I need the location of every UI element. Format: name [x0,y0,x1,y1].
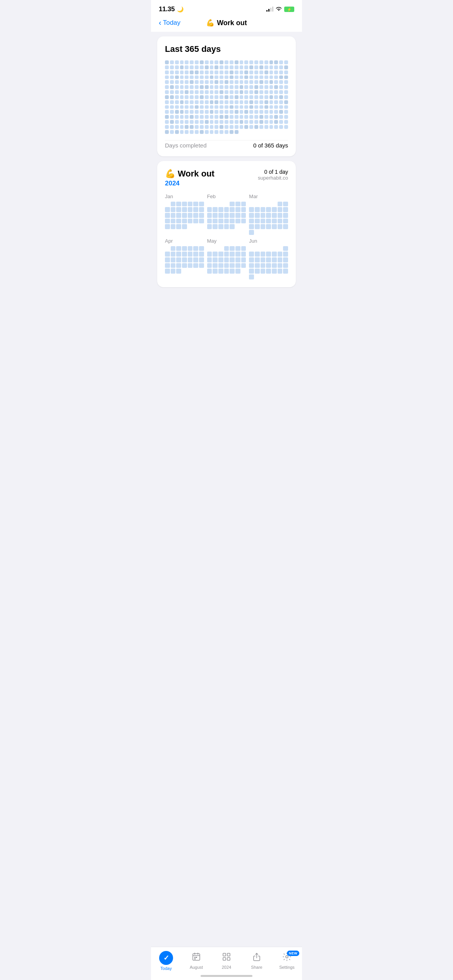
grid-cell [259,105,263,109]
month-day-cell [249,230,254,235]
grid-cell [259,125,263,129]
grid-cell [240,115,244,119]
grid-cell [264,115,268,119]
month-day-cell [213,224,218,229]
month-day-cell [193,213,198,218]
month-empty-cell [249,202,254,207]
grid-cell [259,95,263,99]
grid-cell [180,80,184,84]
month-day-cell [283,257,288,262]
grid-cell [225,90,228,94]
grid-cell [264,85,268,89]
grid-cell [190,90,194,94]
grid-cell [180,105,184,109]
grid-cell [249,115,253,119]
month-day-cell [165,269,170,274]
grid-cell [185,125,189,129]
back-button[interactable]: ‹ Today [159,19,180,27]
grid-cell [185,100,189,104]
habit-year-title: 💪 Work out [165,169,214,179]
month-mini-grid [165,246,204,274]
grid-cell [190,120,194,124]
month-day-cell [176,257,181,262]
month-day-cell [188,202,193,207]
grid-cell [235,85,239,89]
status-bar: 11.35 🌙 ⚡ [151,0,302,15]
grid-cell [249,110,253,114]
habit-year-header: 💪 Work out 2024 0 of 1 day superhabit.co [165,169,288,187]
month-day-cell [272,207,277,212]
grid-cell [284,95,288,99]
grid-cell [220,85,223,89]
month-day-cell [283,224,288,229]
grid-cell [165,85,169,89]
grid-cell [200,60,204,64]
grid-cell [254,120,258,124]
grid-cell [240,100,244,104]
month-day-cell [283,263,288,268]
month-day-cell [255,257,260,262]
title-emoji: 💪 [206,19,214,27]
month-mini-grid [207,202,246,229]
month-day-cell [176,252,181,257]
grid-cell [230,130,233,134]
grid-cell [274,80,278,84]
grid-cell [205,75,209,79]
month-day-cell [249,213,254,218]
grid-cell [244,95,248,99]
month-day-cell [171,257,176,262]
month-day-cell [235,202,240,207]
status-time: 11.35 [159,5,175,13]
grid-cell [269,80,273,84]
grid-cell [254,65,258,69]
grid-cell [220,115,223,119]
month-day-cell [235,263,240,268]
month-mini-grid [249,246,288,279]
grid-cell [190,125,194,129]
grid-cell [235,60,239,64]
signal-bar-1 [266,10,268,12]
grid-cell [205,80,209,84]
grid-cell [249,80,253,84]
grid-cell [175,120,179,124]
month-day-cell [224,224,229,229]
month-label: Jun [249,238,288,244]
month-day-cell [207,219,212,224]
month-empty-cell [207,202,212,207]
month-day-cell [224,246,229,251]
grid-cell [190,95,194,99]
grid-cell [230,110,233,114]
habit-name: Work out [178,169,214,179]
nav-bar: ‹ Today 💪 Work out [151,15,302,32]
grid-cell [180,130,184,134]
habit-year-left: 💪 Work out 2024 [165,169,214,187]
month-day-cell [249,269,254,274]
month-day-cell [278,219,283,224]
habit-year-year: 2024 [165,180,214,187]
grid-cell [195,110,199,114]
grid-cell [205,100,209,104]
grid-cell [165,60,169,64]
month-day-cell [193,257,198,262]
grid-cell [185,115,189,119]
grid-cell [210,125,214,129]
month-day-cell [230,202,235,207]
grid-cell [284,105,288,109]
grid-cell [210,95,214,99]
grid-cell [284,100,288,104]
grid-cell [185,105,189,109]
month-day-cell [283,252,288,257]
month-day-cell [165,252,170,257]
grid-cell [225,100,228,104]
month-day-cell [241,219,246,224]
grid-cell [284,75,288,79]
month-empty-cell [255,202,260,207]
grid-cell [225,85,228,89]
grid-cell [214,65,218,69]
grid-cell [240,95,244,99]
month-block: Apr [165,238,204,279]
grid-cell [279,120,283,124]
month-day-cell [272,252,277,257]
grid-cell [170,85,174,89]
month-day-cell [278,269,283,274]
